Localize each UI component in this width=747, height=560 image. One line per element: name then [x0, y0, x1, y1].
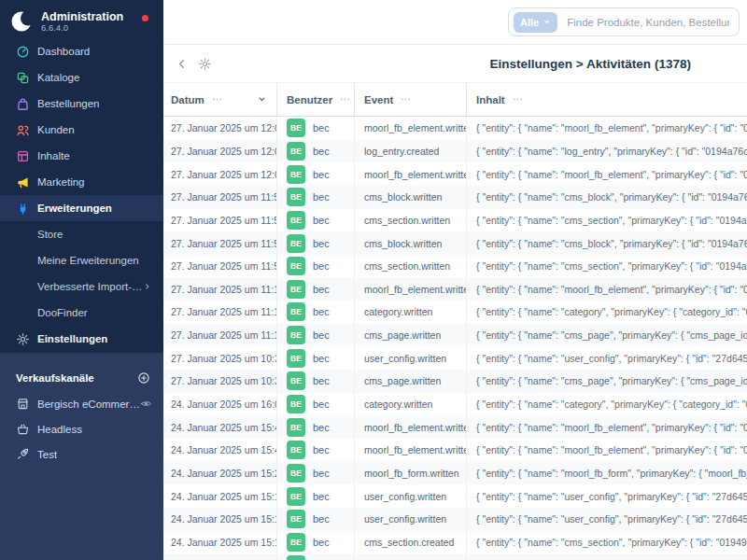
table-row[interactable]: 24. Januar 2025 um 15:43BEbecmoorl_fb_el… — [163, 439, 747, 462]
table-row[interactable]: 27. Januar 2025 um 11:13BEbeccategory.wr… — [163, 301, 747, 324]
cell-date: 27. Januar 2025 um 11:13 — [163, 301, 277, 324]
cell-content: { "entity": { "name": "moorl_fb_element"… — [467, 439, 747, 462]
cell-content: { "entity": { "name": "moorl_fb_element"… — [467, 162, 747, 186]
user-name: bec — [313, 122, 330, 133]
column-header-event[interactable]: Event — [355, 83, 467, 116]
sales-channel-bergisch-ecommerce-g[interactable]: Bergisch eCommerce G... — [0, 391, 163, 416]
add-sales-channel-button[interactable] — [137, 371, 150, 385]
sales-channels-list: Bergisch eCommerce G...HeadlessTest — [0, 391, 163, 467]
sidebar-item-label: Bestellungen — [37, 98, 100, 109]
table-row[interactable]: 27. Januar 2025 um 11:56BEbeccms_block.w… — [163, 186, 747, 209]
cell-content: { "entity": { "name": "category", "prima… — [467, 301, 747, 324]
page-title-count: (1378) — [655, 57, 691, 71]
sales-channel-label: Headless — [37, 424, 82, 435]
table-row[interactable]: 24. Januar 2025 um 15:02BEbeccms_section… — [163, 553, 747, 560]
sidebar-item-label: Meine Erweiterungen — [37, 255, 139, 266]
cell-user: BEbec — [277, 531, 355, 554]
user-name: bec — [313, 238, 330, 249]
cell-user: BEbec — [277, 301, 355, 324]
sales-channel-headless[interactable]: Headless — [0, 416, 163, 441]
shopware-logo-icon — [11, 10, 34, 33]
eye-icon[interactable] — [140, 398, 152, 410]
context-menu-icon[interactable] — [211, 93, 223, 105]
sidebar-item-label: Kataloge — [37, 72, 79, 83]
sidebar-item-marketing[interactable]: Marketing — [0, 169, 163, 195]
search-input[interactable] — [565, 16, 731, 29]
user-name: bec — [313, 215, 330, 226]
column-header-label: Benutzer — [287, 94, 332, 105]
table-row[interactable]: 27. Januar 2025 um 11:56BEbeccms_section… — [163, 209, 747, 232]
admin-app: Administration 6.6.4.0 DashboardKataloge… — [0, 0, 747, 560]
table-row[interactable]: 27. Januar 2025 um 10:36BEbecuser_config… — [163, 346, 747, 370]
sales-channel-label: Test — [37, 449, 57, 460]
table-row[interactable]: 27. Januar 2025 um 12:03BEbecmoorl_fb_el… — [163, 117, 747, 140]
sidebar-item-erweiterungen[interactable]: Erweiterungen — [0, 195, 163, 221]
cell-event: cms_block.written — [355, 186, 467, 209]
user-avatar-badge: BE — [287, 441, 305, 459]
user-avatar-badge: BE — [287, 510, 305, 528]
cell-content: { "entity": { "name": "moorl_fb_element"… — [467, 117, 747, 140]
search-filter-label: Alle — [520, 17, 539, 28]
cell-event: cms_page.written — [355, 370, 467, 393]
column-header-inhalt[interactable]: Inhalt — [467, 83, 747, 116]
table-row[interactable]: 27. Januar 2025 um 10:30BEbeccms_page.wr… — [163, 370, 747, 393]
app-version: 6.6.4.0 — [41, 23, 123, 34]
sidebar-item-meine-erweiterungen[interactable]: Meine Erweiterungen — [0, 247, 163, 273]
table-row[interactable]: 27. Januar 2025 um 12:00BEbecmoorl_fb_el… — [163, 162, 747, 186]
chevron-down-icon — [543, 18, 551, 26]
context-menu-icon[interactable] — [512, 93, 524, 105]
chevron-down-icon[interactable] — [257, 94, 267, 105]
cell-user: BEbec — [277, 277, 355, 301]
sidebar-item-verbesserte-import-export[interactable]: Verbesserte Import-, Export... — [0, 273, 163, 300]
cell-event: cms_section.written — [355, 553, 467, 560]
table-row[interactable]: 24. Januar 2025 um 15:18BEbecuser_config… — [163, 484, 747, 508]
user-name: bec — [313, 169, 330, 180]
cell-user: BEbec — [277, 324, 355, 347]
user-avatar-badge: BE — [287, 188, 305, 206]
table-row[interactable]: 27. Januar 2025 um 11:10BEbeccms_page.wr… — [163, 324, 747, 347]
sidebar-item-kataloge[interactable]: Kataloge — [0, 64, 163, 91]
cell-date: 27. Januar 2025 um 11:56 — [163, 209, 277, 232]
table-row[interactable]: 27. Januar 2025 um 12:02BEbeclog_entry.c… — [163, 140, 747, 163]
table-row[interactable]: 24. Januar 2025 um 15:18BEbeccms_section… — [163, 531, 747, 554]
sidebar-item-kunden[interactable]: Kunden — [0, 117, 163, 143]
sidebar-item-inhalte[interactable]: Inhalte — [0, 143, 163, 169]
storefront-icon — [16, 397, 30, 411]
cell-content: { "entity": { "name": "cms_section", "pr… — [467, 209, 747, 232]
table-row[interactable]: 27. Januar 2025 um 11:16BEbecmoorl_fb_el… — [163, 277, 747, 301]
context-menu-icon[interactable] — [400, 93, 412, 105]
column-header-benutzer[interactable]: Benutzer — [277, 83, 355, 116]
global-search[interactable]: Alle — [508, 7, 740, 36]
cell-date: 24. Januar 2025 um 15:18 — [163, 508, 277, 531]
back-button[interactable] — [175, 57, 189, 71]
search-filter-pill[interactable]: Alle — [514, 12, 557, 33]
content-icon — [16, 149, 30, 163]
cell-date: 24. Januar 2025 um 15:02 — [163, 553, 277, 560]
context-menu-icon[interactable] — [339, 93, 351, 105]
table-row[interactable]: 24. Januar 2025 um 16:00BEbeccategory.wr… — [163, 393, 747, 416]
table-row[interactable]: 27. Januar 2025 um 11:56BEbeccms_block.w… — [163, 231, 747, 255]
app-title-block: Administration 6.6.4.0 — [41, 10, 123, 34]
cell-content: { "entity": { "name": "log_entry", "prim… — [467, 140, 747, 163]
user-name: bec — [313, 491, 330, 502]
table-row[interactable]: 27. Januar 2025 um 11:56BEbeccms_section… — [163, 255, 747, 278]
cell-event: moorl_fb_element.written — [355, 117, 467, 140]
notification-dot[interactable] — [142, 15, 148, 21]
sidebar-item-einstellungen[interactable]: Einstellungen — [0, 326, 163, 352]
sidebar-item-doofinder[interactable]: DooFinder — [0, 300, 163, 326]
sidebar-item-store[interactable]: Store — [0, 221, 163, 247]
gear-icon[interactable] — [198, 57, 212, 71]
table-row[interactable]: 24. Januar 2025 um 15:44BEbecmoorl_fb_el… — [163, 415, 747, 439]
sidebar-item-dashboard[interactable]: Dashboard — [0, 38, 163, 64]
sidebar-item-bestellungen[interactable]: Bestellungen — [0, 91, 163, 117]
rocket-icon — [16, 447, 30, 461]
settings-icon — [16, 332, 30, 346]
table-row[interactable]: 24. Januar 2025 um 15:24BEbecmoorl_fb_fo… — [163, 462, 747, 485]
user-avatar-badge: BE — [287, 326, 305, 344]
column-header-datum[interactable]: Datum — [163, 83, 277, 116]
user-name: bec — [313, 284, 330, 295]
table-row[interactable]: 24. Januar 2025 um 15:18BEbecuser_config… — [163, 508, 747, 531]
sales-channel-test[interactable]: Test — [0, 441, 163, 467]
cell-content: { "entity": { "name": "user_config", "pr… — [467, 346, 747, 370]
cell-date: 24. Januar 2025 um 15:18 — [163, 531, 277, 554]
